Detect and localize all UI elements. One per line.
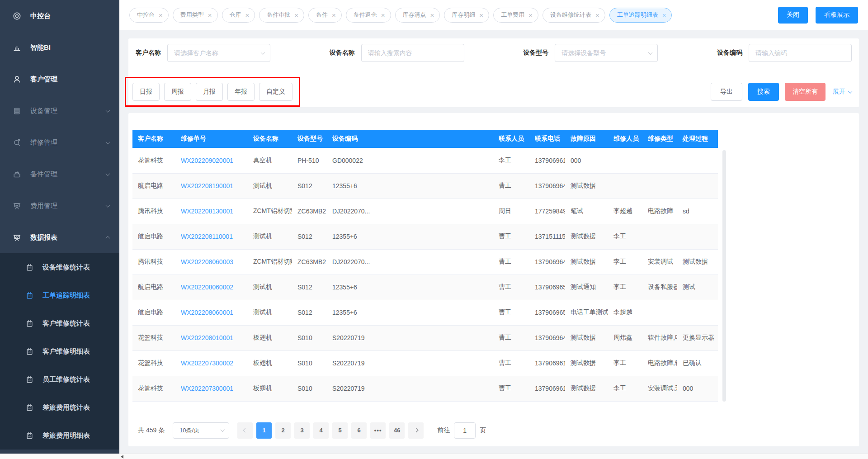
report-type-button[interactable]: 月报 — [196, 83, 223, 101]
filter-select[interactable] — [555, 44, 658, 62]
tab-chip[interactable]: 库存清点× — [395, 8, 440, 23]
close-icon[interactable]: × — [208, 12, 212, 19]
order-number-link[interactable]: WX202208060002 — [181, 284, 233, 291]
close-icon[interactable]: × — [479, 12, 483, 19]
sidebar-item-bi-chart[interactable]: 智能BI — [0, 32, 119, 63]
sidebar-subitem[interactable]: 差旅费用统计表 — [0, 393, 119, 421]
sidebar-item-console[interactable]: 中控台 — [0, 0, 119, 32]
tab-chip[interactable]: 备件返仓× — [346, 8, 391, 23]
cell-text: ZC63MB2 — [297, 258, 326, 265]
table-cell: 花篮科技 — [132, 325, 175, 350]
table-cell: 腾讯科技 — [132, 249, 175, 274]
page-number-button[interactable]: 5 — [332, 422, 348, 439]
table-cell: 已确认 — [677, 350, 718, 376]
cell-text: GD000022 — [332, 157, 363, 164]
cell-text: sd — [683, 208, 689, 215]
tab-label: 设备维修统计表 — [550, 11, 591, 19]
table-cell — [642, 173, 677, 199]
sidebar-item-label: 维修管理 — [30, 138, 106, 147]
page-number-button[interactable]: 1 — [256, 422, 272, 439]
sidebar-subitem[interactable]: 差旅费用明细表 — [0, 421, 119, 450]
page-number-button[interactable]: 46 — [389, 422, 405, 439]
expand-link[interactable]: 展开 — [833, 88, 852, 96]
close-icon[interactable]: × — [430, 12, 434, 19]
order-number-link[interactable]: WX202209020001 — [181, 157, 233, 164]
page-number-button[interactable]: 2 — [275, 422, 291, 439]
sidebar-subitem[interactable]: 设备维修统计表 — [0, 253, 119, 281]
close-icon[interactable]: × — [159, 12, 163, 19]
board-display-button[interactable]: 看板展示 — [816, 7, 858, 24]
export-button[interactable]: 导出 — [711, 83, 742, 101]
order-number-link[interactable]: WX202208190001 — [181, 182, 233, 189]
sidebar-item-report[interactable]: 数据报表 — [0, 222, 119, 253]
table-cell: 测试数据 — [565, 224, 608, 249]
page-number-button[interactable]: 4 — [313, 422, 329, 439]
search-button[interactable]: 搜索 — [748, 83, 779, 101]
prev-page-button[interactable] — [237, 422, 253, 439]
page-number-button[interactable]: 6 — [351, 422, 367, 439]
cell-text: 曹工 — [499, 334, 511, 341]
close-icon[interactable]: × — [245, 12, 250, 19]
table-cell: WX202208060003 — [175, 249, 248, 274]
filter-input[interactable] — [749, 44, 852, 62]
tab-chip[interactable]: 仓库× — [222, 8, 255, 23]
filter-input[interactable] — [361, 44, 464, 62]
report-type-button[interactable]: 周报 — [164, 83, 191, 101]
select-value-input[interactable] — [561, 49, 645, 57]
close-icon[interactable]: × — [381, 12, 385, 19]
tab-chip[interactable]: 备件× — [308, 8, 342, 23]
tab-chip[interactable]: 库存明细× — [444, 8, 489, 23]
sidebar-subitem[interactable]: 客户维修明细表 — [0, 337, 119, 365]
report-type-button[interactable]: 自定义 — [259, 83, 292, 101]
order-number-link[interactable]: WX202208060001 — [181, 309, 233, 316]
tab-chip[interactable]: 中控台× — [129, 8, 169, 23]
table-vertical-scrollbar[interactable] — [722, 150, 726, 402]
tab-chip[interactable]: 费用类型× — [173, 8, 218, 23]
topbar-actions: 关闭 看板展示 — [778, 7, 858, 24]
sidebar-subitem[interactable]: 工单追踪明细表 — [0, 281, 119, 309]
order-number-link[interactable]: WX202208010001 — [181, 334, 233, 341]
order-number-link[interactable]: WX202208110001 — [181, 233, 233, 240]
close-icon[interactable]: × — [294, 12, 298, 19]
cell-text: 测试数据 — [571, 232, 596, 240]
goto-suffix: 页 — [480, 426, 486, 435]
select-value-input[interactable] — [173, 49, 258, 57]
order-number-link[interactable]: WX202207300001 — [181, 385, 233, 392]
close-button[interactable]: 关闭 — [778, 7, 808, 24]
report-type-button[interactable]: 年报 — [227, 83, 255, 101]
text-input[interactable] — [367, 49, 458, 57]
order-number-link[interactable]: WX202208130001 — [181, 208, 233, 215]
close-icon[interactable]: × — [662, 12, 666, 19]
tab-chip[interactable]: 工单费用× — [493, 8, 538, 23]
cell-text: 12355+6 — [332, 309, 357, 316]
tab-chip[interactable]: 工单追踪明细表× — [609, 8, 672, 23]
table-cell: 花篮科技 — [132, 350, 175, 376]
next-page-button[interactable] — [408, 422, 424, 439]
sidebar-item-expense[interactable]: 费用管理 — [0, 190, 119, 222]
more-pages-button[interactable]: ••• — [370, 422, 386, 439]
sidebar-item-spareparts[interactable]: 备件管理 — [0, 158, 119, 190]
sidebar-item-customer[interactable]: 客户管理 — [0, 63, 119, 95]
order-number-link[interactable]: WX202208060003 — [181, 258, 233, 265]
sidebar-item-device[interactable]: 设备管理 — [0, 95, 119, 127]
text-input[interactable] — [755, 49, 846, 57]
horizontal-scrollbar[interactable] — [0, 454, 868, 459]
filter-select[interactable] — [167, 44, 270, 62]
sidebar-subitem[interactable]: 员工维修统计表 — [0, 365, 119, 393]
close-icon[interactable]: × — [595, 12, 599, 19]
sidebar-subitem[interactable]: 客户维修统计表 — [0, 309, 119, 337]
tab-chip[interactable]: 备件审批× — [259, 8, 304, 23]
tab-chip[interactable]: 设备维修统计表× — [542, 8, 605, 23]
table-cell: 测试机 — [248, 300, 292, 325]
order-number-link[interactable]: WX202207300002 — [181, 360, 233, 367]
goto-page-input[interactable] — [454, 422, 476, 439]
close-icon[interactable]: × — [528, 12, 533, 19]
table-cell: WX202208190001 — [175, 173, 248, 199]
page-number-button[interactable]: 3 — [294, 422, 310, 439]
page-size-select[interactable]: 10条/页 — [173, 422, 229, 439]
clear-all-button[interactable]: 清空所有 — [785, 83, 826, 101]
cell-text: S010 — [297, 385, 312, 392]
close-icon[interactable]: × — [332, 12, 336, 19]
report-type-button[interactable]: 日报 — [132, 83, 160, 101]
sidebar-item-repair[interactable]: 维修管理 — [0, 127, 119, 158]
